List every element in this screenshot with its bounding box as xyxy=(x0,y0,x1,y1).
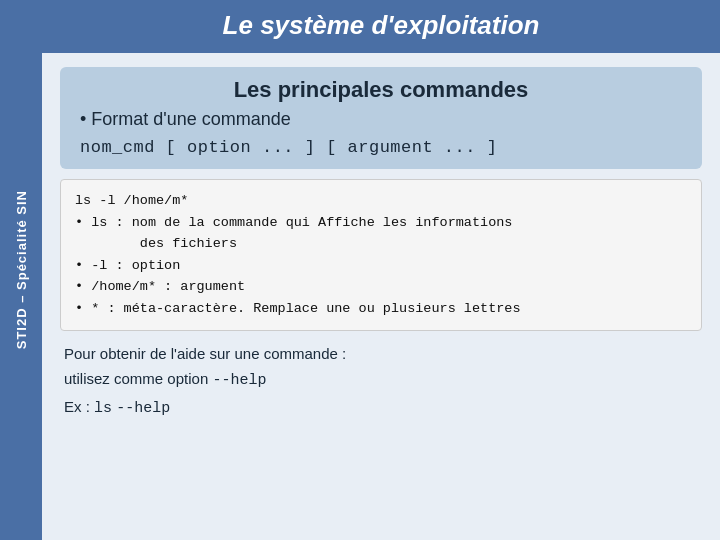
section-subtitle: • Format d'une commande xyxy=(80,109,686,130)
section-title-card: Les principales commandes • Format d'une… xyxy=(60,67,702,169)
sidebar: STI2D – Spécialité SIN xyxy=(0,0,42,540)
code-line-6: • * : méta-caractère. Remplace une ou pl… xyxy=(75,298,687,320)
code-box: ls -l /home/m* • ls : nom de la commande… xyxy=(60,179,702,331)
main-content: Le système d'exploitation Les principale… xyxy=(42,0,720,540)
code-line-1: ls -l /home/m* xyxy=(75,190,687,212)
section-title: Les principales commandes xyxy=(76,77,686,103)
header: Le système d'exploitation xyxy=(42,0,720,53)
sidebar-label: STI2D – Spécialité SIN xyxy=(14,190,29,349)
code-line-2: • ls : nom de la commande qui Affiche le… xyxy=(75,212,687,234)
code-line-4: • -l : option xyxy=(75,255,687,277)
command-format: nom_cmd [ option ... ] [ argument ... ] xyxy=(80,138,686,157)
code-line-3: des fichiers xyxy=(75,233,687,255)
help-line-1: Pour obtenir de l'aide sur une commande … xyxy=(64,341,702,367)
code-line-5: • /home/m* : argument xyxy=(75,276,687,298)
page-title: Le système d'exploitation xyxy=(223,10,540,40)
help-line-2: utilisez comme option --help xyxy=(64,366,702,394)
content-area: Les principales commandes • Format d'une… xyxy=(42,53,720,540)
help-line-3: Ex : ls --help xyxy=(64,394,702,422)
help-section: Pour obtenir de l'aide sur une commande … xyxy=(64,341,702,422)
